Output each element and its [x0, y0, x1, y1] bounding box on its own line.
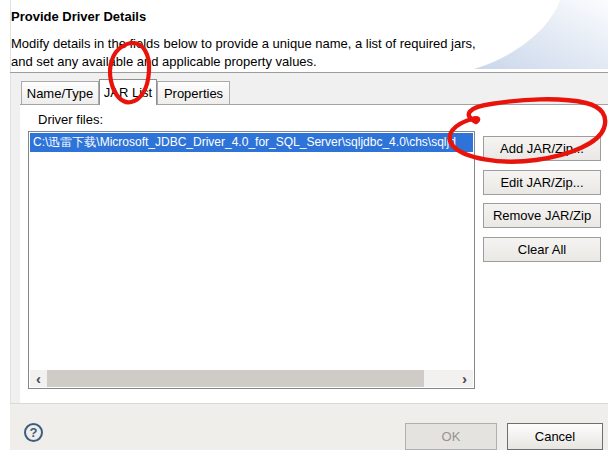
jar-list-tab-panel: Driver files: C:\迅雷下载\Microsoft_JDBC_Dri… — [20, 104, 608, 403]
add-jar-zip-button[interactable]: Add JAR/Zip... — [483, 136, 601, 161]
remove-jar-zip-button[interactable]: Remove JAR/Zip — [483, 203, 601, 228]
tab-name-type[interactable]: Name/Type — [21, 81, 99, 104]
cancel-button[interactable]: Cancel — [507, 423, 603, 450]
help-icon[interactable]: ? — [24, 423, 43, 442]
driver-files-list[interactable]: C:\迅雷下载\Microsoft_JDBC_Driver_4.0_for_SQ… — [28, 131, 475, 389]
scrollbar-thumb[interactable] — [47, 370, 424, 387]
tab-jar-list[interactable]: JAR List — [99, 79, 157, 105]
tab-properties[interactable]: Properties — [157, 81, 230, 104]
scroll-left-arrow-icon[interactable]: ‹ — [30, 370, 47, 387]
driver-files-label: Driver files: — [38, 112, 103, 127]
dialog-description-line1: Modify details in the fields below to pr… — [11, 36, 476, 51]
horizontal-scrollbar[interactable]: ‹ › — [30, 370, 473, 387]
clear-all-button[interactable]: Clear All — [483, 237, 601, 262]
edit-jar-zip-button[interactable]: Edit JAR/Zip... — [483, 170, 601, 195]
dialog-description-line2: and set any available and applicable pro… — [11, 54, 317, 69]
scroll-right-arrow-icon[interactable]: › — [456, 370, 473, 387]
footer-bar: ? OK Cancel — [10, 403, 608, 450]
ok-button[interactable]: OK — [405, 423, 497, 450]
tab-name-type-label: Name/Type — [27, 86, 93, 101]
bottom-margin — [0, 450, 608, 471]
dialog-title: Provide Driver Details — [11, 9, 146, 24]
tab-jar-list-label: JAR List — [104, 85, 152, 100]
tab-properties-label: Properties — [164, 86, 223, 101]
list-item-driver-jar[interactable]: C:\迅雷下载\Microsoft_JDBC_Driver_4.0_for_SQ… — [30, 133, 473, 152]
